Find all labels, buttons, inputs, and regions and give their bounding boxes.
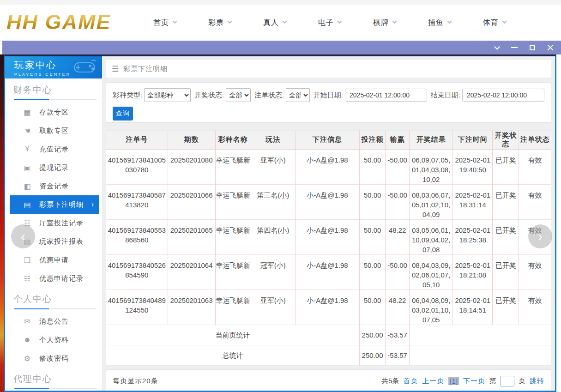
- sidebar-item-label: 取款专区: [39, 127, 69, 135]
- sidebar-header: 玩家中心 PLAYERS CENTER: [5, 56, 102, 78]
- sidebar-item-withdrawal-records[interactable]: ▣提现记录: [5, 158, 102, 177]
- sidebar-item-change-password[interactable]: ⚙修改密码: [5, 349, 102, 368]
- chevron-right-icon: ›: [91, 200, 94, 209]
- withdrawal-record-icon: ▣: [23, 163, 32, 172]
- cell-bet-amount: 50.00: [360, 254, 386, 289]
- topnav-menu: 首页彩票真人电子棋牌捕鱼体育: [153, 5, 506, 41]
- window-minimize-icon[interactable]: [511, 47, 518, 48]
- jump-suffix-label: 页: [519, 377, 525, 386]
- topnav-item-live[interactable]: 真人: [263, 18, 286, 28]
- end-date-label: 结束日期:: [431, 91, 460, 100]
- cell-order-id: 401569173840587413820: [106, 184, 168, 219]
- next-page-link[interactable]: 下一页: [463, 377, 485, 386]
- sidebar-item-recharge-records[interactable]: ¥充值记录: [5, 140, 102, 158]
- cell-draw-status: 已开奖: [493, 219, 519, 254]
- section-underline: [14, 99, 97, 100]
- lottery-type-label: 彩种类型:: [113, 91, 142, 100]
- summary-row: 当前页统计250.00-53.57: [106, 325, 551, 345]
- cell-bet-info: 小-A盘@1.98: [295, 219, 359, 254]
- cell-bet-time: 2025-02-01 18:31:14: [453, 184, 493, 219]
- main-area: ☰ 彩票下注明细 彩种类型: 全部彩种 开奖状态: 全部 注单状态:: [102, 56, 555, 391]
- page-size-text: 每页显示20条: [113, 377, 158, 386]
- topnav-item-fishing[interactable]: 捕鱼: [428, 18, 451, 28]
- sidebar-section-agent: 代理中心: [5, 368, 102, 389]
- summary-win-loss: -53.57: [386, 325, 410, 345]
- bet-table-panel: 注单号期数彩种名称玩法下注信息投注额输赢开奖结果下注时间开奖状态注单状态 401…: [106, 130, 551, 366]
- sidebar-item-label: 优惠申请记录: [39, 274, 84, 283]
- column-header-play-type: 玩法: [251, 131, 295, 149]
- topnav-item-label: 体育: [483, 18, 499, 28]
- topnav-item-electronic[interactable]: 电子: [318, 18, 341, 28]
- search-button[interactable]: 查询: [113, 107, 133, 121]
- prev-page-link[interactable]: 上一页: [422, 377, 444, 386]
- draw-status-select[interactable]: 全部: [226, 88, 251, 102]
- window-dropdown-icon[interactable]: [494, 44, 500, 50]
- cell-order-id: 401569173840489124550: [106, 289, 168, 325]
- cell-draw-status: 已开奖: [493, 254, 519, 289]
- sidebar-item-label: 修改密码: [39, 354, 69, 363]
- deposit-icon: ▦: [23, 108, 32, 117]
- bet-table: 注单号期数彩种名称玩法下注信息投注额输赢开奖结果下注时间开奖状态注单状态 401…: [106, 131, 551, 365]
- pagination-bar: 每页显示20条 共5条 首页 上一页 [1] 下一页 第 页 跳转: [106, 369, 551, 391]
- top-strip: [0, 0, 561, 5]
- cell-draw-result: 03,05,06,01,10,09,04,02,07,08: [410, 219, 453, 254]
- column-header-lottery-name: 彩种名称: [215, 131, 251, 149]
- password-icon: ⚙: [23, 354, 32, 363]
- cell-bet-info: 小-A盘@1.98: [295, 184, 359, 219]
- message-icon: ✉: [23, 317, 32, 326]
- chevron-down-icon: [228, 19, 232, 24]
- start-date-input[interactable]: [345, 89, 427, 102]
- sidebar-item-promo-apply[interactable]: ❑优惠申请: [5, 251, 102, 269]
- topnav-item-sports[interactable]: 体育: [483, 18, 506, 28]
- cell-order-id: 401569173841005030780: [106, 149, 168, 184]
- topnav-item-home[interactable]: 首页: [153, 18, 176, 28]
- table-row: 40156917384052685459020250201064幸运飞艇新冠军(…: [106, 254, 551, 289]
- current-page-badge[interactable]: [1]: [448, 377, 459, 385]
- cell-draw-status: 已开奖: [493, 184, 519, 219]
- site-header: HH GAME 首页彩票真人电子棋牌捕鱼体育: [0, 5, 561, 41]
- section-underline: [14, 388, 97, 389]
- sidebar-item-lottery-bet-details[interactable]: ▤彩票下注明细›: [10, 195, 99, 214]
- first-page-link[interactable]: 首页: [403, 377, 418, 386]
- sidebar-item-messages[interactable]: ✉消息公告: [5, 312, 102, 331]
- cell-play-type: 第三名(小): [251, 184, 295, 219]
- hamburger-icon[interactable]: ☰: [112, 64, 119, 74]
- sidebar-item-promo-apply-records[interactable]: ☷优惠申请记录: [5, 269, 102, 288]
- carousel-right-arrow[interactable]: ›: [528, 224, 552, 248]
- topnav-item-label: 真人: [263, 18, 279, 28]
- sidebar-item-funds-records[interactable]: ◧资金记录: [5, 177, 102, 195]
- chevron-down-icon: [173, 19, 177, 24]
- window-close-icon[interactable]: [547, 44, 554, 51]
- window-maximize-icon[interactable]: [530, 45, 535, 50]
- summary-row: 总统计250.00-53.57: [106, 345, 551, 365]
- cell-bet-amount: 50.00: [360, 149, 386, 184]
- cell-bet-time: 2025-02-01 18:21:08: [453, 254, 493, 289]
- cell-draw-result: 06,09,07,05,01,04,03,08,10,02: [410, 149, 453, 184]
- end-date-input[interactable]: [462, 89, 544, 102]
- cell-order-status: 有效: [519, 149, 551, 184]
- topnav-item-label: 捕鱼: [428, 18, 444, 28]
- lottery-type-select[interactable]: 全部彩种: [144, 88, 191, 102]
- order-status-select[interactable]: 全部: [286, 88, 310, 102]
- chevron-down-icon: [447, 19, 452, 24]
- profile-icon: ☻: [23, 336, 32, 344]
- summary-win-loss: -53.57: [386, 345, 410, 365]
- sidebar-item-profile[interactable]: ☻个人资料: [5, 331, 102, 349]
- column-header-period: 期数: [168, 131, 215, 149]
- jump-page-input[interactable]: [501, 376, 514, 386]
- cell-period: 20250201064: [168, 254, 215, 289]
- cell-bet-amount: 50.00: [360, 289, 386, 325]
- cell-bet-info: 小-A盘@1.98: [295, 149, 359, 184]
- sidebar-item-deposit-zone[interactable]: ▦存款专区: [5, 103, 102, 121]
- topnav-item-label: 彩票: [208, 18, 224, 28]
- jump-button[interactable]: 跳转: [530, 377, 544, 386]
- pager: 共5条 首页 上一页 [1] 下一页 第 页 跳转: [381, 376, 544, 386]
- carousel-left-arrow[interactable]: ‹: [11, 224, 35, 248]
- cell-period: 20250201063: [168, 289, 215, 325]
- sidebar-item-withdraw-zone[interactable]: ☚取款专区: [5, 121, 102, 140]
- column-header-order-status: 注单状态: [519, 131, 551, 149]
- draw-status-label: 开奖状态:: [194, 91, 224, 100]
- topnav-item-lottery[interactable]: 彩票: [208, 18, 231, 28]
- topnav-item-chess[interactable]: 棋牌: [373, 18, 396, 28]
- sidebar-section-title: 个人中心: [13, 293, 97, 305]
